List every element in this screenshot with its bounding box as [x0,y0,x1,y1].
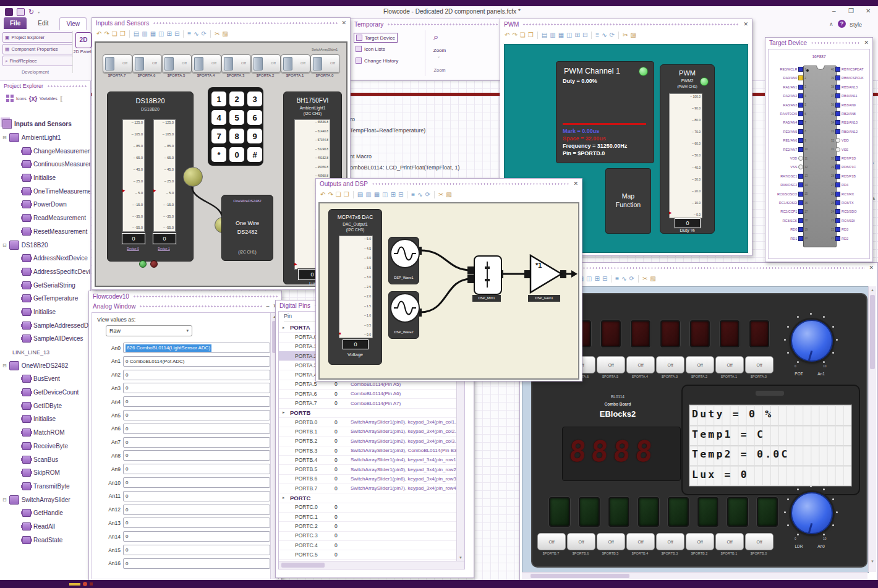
pin-connector-icon[interactable] [835,120,840,125]
tree-item-ReceiveByte[interactable]: ReceiveByte [0,440,90,453]
toolbar-redo-icon[interactable]: ↷ [512,32,517,39]
switch-lever-icon[interactable] [105,57,114,70]
pin-connector-icon[interactable] [835,236,840,241]
pin-connector-icon[interactable] [835,85,840,90]
expander-icon[interactable]: ⊟ [2,497,7,503]
board-bottom-button-$PORTB.1[interactable]: Off [715,533,744,550]
chip-pin-RD3[interactable]: 22RD3 [828,227,869,232]
variables-icon[interactable]: {x} [29,95,37,102]
toolbar-wave-icon[interactable]: ∿ [194,30,198,38]
ldr-knob[interactable] [791,492,833,534]
toolbar-pattern-icon[interactable]: ▨ [446,191,451,198]
chip-pin-RA6/OSC2[interactable]: RA6/OSC214 [770,182,811,187]
switch-lever-icon[interactable] [135,57,144,70]
pin-connector-icon[interactable] [798,209,803,214]
slider-switch-$PORTA.4[interactable]: Off [192,54,221,73]
toolbar-split-icon[interactable]: ◫ [158,30,164,38]
ds18b20-device-label-2[interactable]: Device 1 [151,247,176,250]
2d-panels-icon[interactable]: 2D [75,32,92,48]
project-explorer-titlebar[interactable]: Project Explorer [0,81,90,91]
find-replace-button[interactable]: ⌕ Find/Replace [2,56,73,66]
slider-switch-$PORTA.6[interactable]: Off [132,54,162,73]
toolbar-align-icon[interactable]: ≡ [187,30,191,38]
toolbar-grid-icon[interactable]: ▦ [150,30,156,38]
pin-connector-icon[interactable] [798,138,803,143]
pin-connector-icon[interactable] [798,218,803,223]
tree-item-GetDeviceCount[interactable]: GetDeviceCount [0,386,90,399]
chip-pin-RD0[interactable]: RD019 [770,227,811,232]
toolbar-grid-icon[interactable]: ▦ [558,32,564,39]
pin-connector-icon[interactable] [798,156,803,161]
tree-item-ScanBus[interactable]: ScanBus [0,453,90,466]
chip-pin-RD2[interactable]: 21RD2 [828,236,869,241]
tree-item-DS18B20[interactable]: ⊟DS18B20 [0,238,90,252]
toolbar-remove-icon[interactable]: ⊟ [398,191,403,198]
pin-connector-icon[interactable] [835,192,840,197]
chip-pin-RB7/ICSPDAT[interactable]: 40RB7/ICSPDAT [828,67,869,72]
keypad-key-#[interactable]: # [247,147,262,162]
board-top-button-$PORTA.2[interactable]: Off [686,356,714,373]
analog-value-input[interactable]: 826 ComboBL0114(LightSensor ADC) [123,343,270,353]
analog-window-titlebar[interactable]: Analog Window – ✕ [89,301,281,311]
view-mode-dropdown[interactable]: Raw ▾ [106,325,192,336]
style-button[interactable]: Style [850,22,862,28]
save-icon[interactable] [17,8,25,16]
board-top-button-$PORTA.4[interactable]: Off [626,356,655,373]
tree-item-LINK_LINE_13[interactable]: LINK_LINE_13 [0,346,90,359]
tree-item-Inputs and Sensors[interactable]: Inputs and Sensors [0,117,90,131]
onewire-ds2482-component[interactable]: OneWireDS2482 One Wire DS2482 (I2C CH1) [221,195,273,261]
toolbar-redo-icon[interactable]: ↷ [328,191,333,198]
pin-connector-icon[interactable] [798,111,803,116]
board-bottom-button-$PORTB.4[interactable]: Off [626,533,655,550]
chip-pin-RC6/TX[interactable]: 25RC6/TX [828,200,869,205]
board-bottom-button-$PORTB.2[interactable]: Off [686,533,714,550]
keypad-key-0[interactable]: 0 [229,147,244,162]
tree-item-GetSerialString[interactable]: GetSerialString [0,278,90,292]
toolbar-paste-icon[interactable]: ❐ [344,191,349,198]
toolbar-cut-icon[interactable]: ✂ [642,275,647,283]
chip-pin-RE0/AN5[interactable]: RE0/AN58 [770,129,811,134]
chip-pin-RA0/AN0[interactable]: RA0/AN02 [770,75,811,80]
dac-component[interactable]: MCP47x6 DAC DAC_Output1 (I2C CH3) ‒ 5.0‒… [328,209,382,365]
switch-lever-icon[interactable] [254,57,263,70]
tree-item-PowerDown[interactable]: PowerDown [0,198,90,211]
pin-connector-icon[interactable] [798,164,803,169]
toolbar-open-item-icon[interactable]: ▥ [550,32,555,39]
pin-connector-icon[interactable] [798,200,803,205]
component-properties-button[interactable]: ▦ Component Properties [2,44,73,54]
analog-value-input[interactable]: 0 [123,505,270,515]
slider-switch-$PORTA.7[interactable]: Off [103,54,132,73]
toolbar-redo-icon[interactable]: ↷ [104,30,109,38]
project-explorer-button[interactable]: ▣ Project Explorer [2,32,73,43]
toolbar-align-icon[interactable]: ≡ [615,275,619,283]
digital-hscrollbar[interactable] [279,561,464,569]
toolbar-new-item-icon[interactable]: ▤ [357,191,363,198]
tab-file[interactable]: File [4,17,27,29]
map-function-component[interactable]: Map Function [605,168,651,234]
analog-value-input[interactable]: 0 [123,558,270,569]
dsp-wave2-component[interactable]: DSP_Wave2 [388,291,419,339]
pin-connector-icon[interactable] [835,75,840,80]
chip-pin-RC0/SOSCO[interactable]: RC0/SOSCO15 [770,192,811,197]
analog-value-input[interactable]: 0 ComboBL0114(Pot ADC) [123,356,270,367]
keypad-key-2[interactable]: 2 [229,92,244,106]
pin-connector-icon[interactable] [835,103,840,108]
keypad-key-5[interactable]: 5 [229,110,244,125]
toolbar-cut-icon[interactable]: ✂ [623,32,628,39]
dsp-gain-component[interactable]: *1 [529,254,564,294]
chip-pin-VDD[interactable]: VDD11 [770,156,811,161]
tree-item-SkipROM[interactable]: SkipROM [0,466,90,480]
analog-value-input[interactable]: 0 [123,383,270,393]
slider-switch-$PORTA.1[interactable]: Off [281,54,310,73]
chip-pin-RB6/ICSPCLK[interactable]: 39RB6/ICSPCLK [828,75,869,80]
keypad-key-9[interactable]: 9 [247,129,262,143]
qat-dropdown-icon[interactable]: ▾ [38,10,40,14]
tree-item-AmbientLight1[interactable]: ⊟AmbientLight1 [0,131,90,145]
board-vscrollbar[interactable]: ▲ ▼ [868,286,876,572]
pin-connector-icon[interactable] [798,182,803,187]
chip-pin-RE1/AN6[interactable]: RE1/AN69 [770,138,811,143]
toolbar-undo-icon[interactable]: ↶ [96,30,101,38]
switch-lever-icon[interactable] [164,57,174,70]
ds18b20-scale-2[interactable]: ‒ 125.0‒ 105.0‒ 85.0‒ 65.0‒ 45.0‒ 25.0‒ … [153,119,176,232]
toolbar-add-icon[interactable]: ⊞ [167,30,172,38]
